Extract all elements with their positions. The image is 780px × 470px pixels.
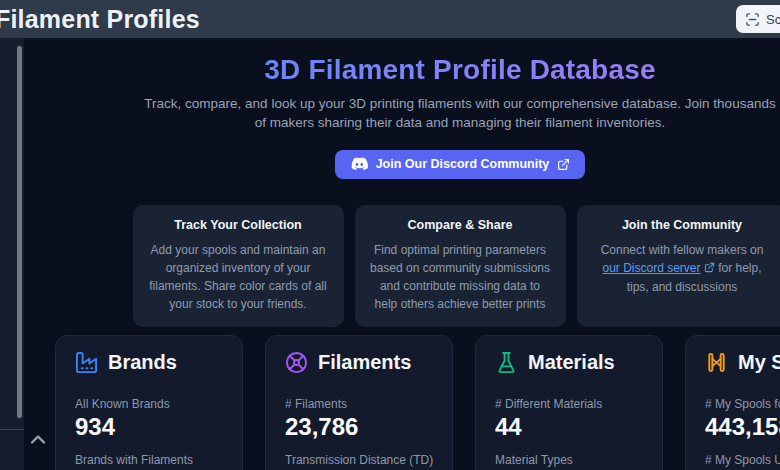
stat-value: 443,158 bbox=[705, 414, 780, 440]
stat-card-title: Brands bbox=[108, 351, 177, 374]
feature-card-track-collection: Track Your Collection Add your spools an… bbox=[133, 205, 344, 327]
stat-label: # My Spools for All Users bbox=[705, 397, 780, 411]
feature-card-title: Join the Community bbox=[592, 218, 773, 232]
scrollbar-thumb[interactable] bbox=[17, 46, 22, 418]
feature-card-body: Find optimal printing parameters based o… bbox=[370, 241, 551, 313]
stat-label: # Different Materials bbox=[495, 397, 643, 411]
stat-value: 23,786 bbox=[285, 414, 433, 440]
filament-spool-icon bbox=[285, 351, 308, 374]
feature-card-body: Add your spools and maintain an organize… bbox=[148, 241, 329, 313]
feature-card-row: Track Your Collection Add your spools an… bbox=[24, 205, 780, 327]
scan-line-icon bbox=[745, 12, 760, 27]
scan-button-label: Scan bbox=[766, 12, 780, 27]
left-panel-strip bbox=[0, 38, 24, 470]
feature-card-compare-share: Compare & Share Find optimal printing pa… bbox=[355, 205, 566, 327]
feature-card-title: Compare & Share bbox=[370, 218, 551, 232]
stat-label: Brands with Filaments bbox=[75, 453, 223, 467]
flask-icon bbox=[495, 351, 518, 374]
stat-label: All Known Brands bbox=[75, 397, 223, 411]
join-discord-label: Join Our Discord Community bbox=[376, 157, 550, 171]
join-discord-button[interactable]: Join Our Discord Community bbox=[335, 150, 586, 179]
scan-button[interactable]: Scan bbox=[736, 5, 780, 33]
app-title: Filament Profiles bbox=[0, 5, 200, 34]
stat-value: 44 bbox=[495, 414, 643, 440]
chevron-up-icon bbox=[29, 433, 49, 446]
spool-icon bbox=[705, 351, 728, 374]
stat-value: 934 bbox=[75, 414, 223, 440]
stat-label: Transmission Distance (TD) bbox=[285, 453, 433, 467]
external-link-icon bbox=[557, 158, 570, 171]
factory-icon bbox=[75, 351, 98, 374]
stat-label: # My Spools Users bbox=[705, 453, 780, 467]
feature-card-body: Connect with fellow makers on our Discor… bbox=[592, 241, 773, 296]
feature-card-join-community: Join the Community Connect with fellow m… bbox=[577, 205, 780, 327]
discord-logo-icon bbox=[350, 157, 368, 171]
feature-card-title: Track Your Collection bbox=[148, 218, 329, 232]
page-subtitle: Track, compare, and look up your 3D prin… bbox=[144, 95, 776, 133]
page-title: 3D Filament Profile Database bbox=[24, 54, 780, 86]
header-bar: Filament Profiles Scan bbox=[0, 0, 780, 38]
external-link-icon bbox=[704, 262, 715, 276]
discord-server-link[interactable]: our Discord server bbox=[602, 261, 700, 275]
stat-card-title: My Spools bbox=[738, 351, 780, 374]
stat-card-title: Materials bbox=[528, 351, 615, 374]
main-content: 3D Filament Profile Database Track, comp… bbox=[24, 38, 780, 327]
stat-label: Material Types bbox=[495, 453, 643, 467]
stat-card-title: Filaments bbox=[318, 351, 411, 374]
stat-card-materials[interactable]: Materials # Different Materials 44 Mater… bbox=[475, 335, 663, 470]
strip-divider bbox=[0, 429, 24, 430]
stat-card-brands[interactable]: Brands All Known Brands 934 Brands with … bbox=[55, 335, 243, 470]
stat-card-filaments[interactable]: Filaments # Filaments 23,786 Transmissio… bbox=[265, 335, 453, 470]
stats-card-row: Brands All Known Brands 934 Brands with … bbox=[55, 335, 780, 470]
scroll-to-top-button[interactable] bbox=[29, 431, 49, 447]
feature-body-text: Connect with fellow makers on bbox=[601, 243, 764, 257]
stat-card-my-spools[interactable]: My Spools # My Spools for All Users 443,… bbox=[685, 335, 780, 470]
stat-label: # Filaments bbox=[285, 397, 433, 411]
